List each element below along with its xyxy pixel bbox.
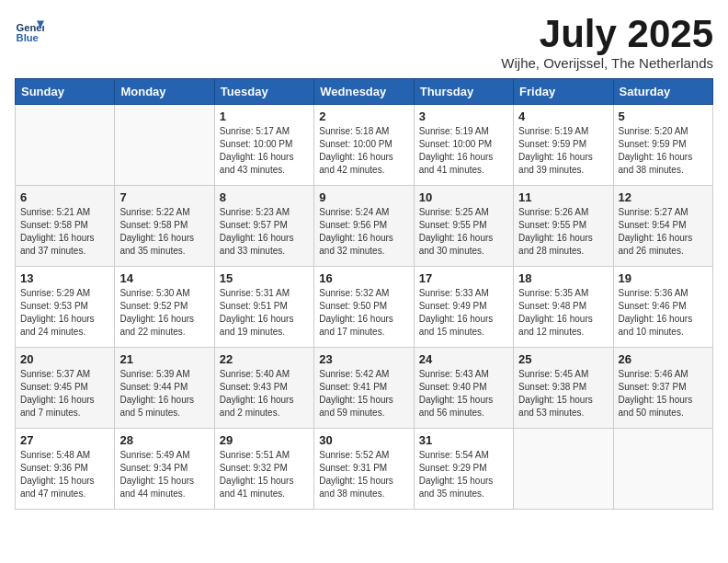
day-number: 31 [419, 433, 508, 447]
calendar-cell: 24Sunrise: 5:43 AMSunset: 9:40 PMDayligh… [414, 348, 513, 429]
calendar-cell: 22Sunrise: 5:40 AMSunset: 9:43 PMDayligh… [214, 348, 313, 429]
calendar-cell: 9Sunrise: 5:24 AMSunset: 9:56 PMDaylight… [314, 186, 414, 267]
day-detail: Sunrise: 5:19 AMSunset: 10:00 PMDaylight… [419, 125, 508, 177]
day-number: 13 [20, 271, 109, 285]
header-monday: Monday [115, 79, 214, 105]
day-number: 5 [619, 109, 708, 123]
day-number: 4 [518, 109, 608, 123]
day-detail: Sunrise: 5:17 AMSunset: 10:00 PMDaylight… [220, 125, 309, 177]
calendar-cell: 15Sunrise: 5:31 AMSunset: 9:51 PMDayligh… [214, 267, 313, 348]
day-detail: Sunrise: 5:46 AMSunset: 9:37 PMDaylight:… [619, 368, 708, 419]
day-number: 12 [619, 190, 708, 204]
day-number: 29 [220, 433, 309, 447]
logo: General Blue [15, 15, 44, 44]
day-number: 25 [518, 352, 608, 366]
week-row-1: 1Sunrise: 5:17 AMSunset: 10:00 PMDayligh… [16, 105, 713, 186]
day-number: 19 [619, 271, 708, 285]
week-row-4: 20Sunrise: 5:37 AMSunset: 9:45 PMDayligh… [16, 348, 713, 429]
month-title: July 2025 [501, 15, 713, 53]
day-detail: Sunrise: 5:36 AMSunset: 9:46 PMDaylight:… [619, 287, 708, 339]
day-detail: Sunrise: 5:18 AMSunset: 10:00 PMDaylight… [319, 125, 408, 177]
day-number: 20 [20, 352, 109, 366]
calendar-cell: 13Sunrise: 5:29 AMSunset: 9:53 PMDayligh… [16, 267, 115, 348]
day-number: 16 [319, 271, 408, 285]
day-number: 21 [119, 352, 209, 366]
day-number: 10 [419, 190, 508, 204]
calendar-cell: 6Sunrise: 5:21 AMSunset: 9:58 PMDaylight… [16, 186, 115, 267]
day-number: 14 [119, 271, 209, 285]
calendar-cell: 31Sunrise: 5:54 AMSunset: 9:29 PMDayligh… [414, 429, 513, 510]
svg-text:Blue: Blue [17, 32, 39, 43]
day-detail: Sunrise: 5:39 AMSunset: 9:44 PMDaylight:… [119, 368, 209, 419]
calendar-cell [613, 429, 712, 510]
day-detail: Sunrise: 5:25 AMSunset: 9:55 PMDaylight:… [419, 206, 508, 258]
day-detail: Sunrise: 5:43 AMSunset: 9:40 PMDaylight:… [419, 368, 508, 419]
header-saturday: Saturday [613, 79, 712, 105]
calendar-cell [514, 429, 613, 510]
day-detail: Sunrise: 5:21 AMSunset: 9:58 PMDaylight:… [20, 206, 109, 258]
page-header: General Blue July 2025 Wijhe, Overijssel… [15, 15, 713, 71]
day-detail: Sunrise: 5:51 AMSunset: 9:32 PMDaylight:… [220, 449, 309, 500]
day-detail: Sunrise: 5:37 AMSunset: 9:45 PMDaylight:… [20, 368, 109, 419]
calendar-cell: 30Sunrise: 5:52 AMSunset: 9:31 PMDayligh… [314, 429, 414, 510]
calendar-cell: 19Sunrise: 5:36 AMSunset: 9:46 PMDayligh… [613, 267, 712, 348]
day-number: 3 [419, 109, 508, 123]
calendar-cell: 29Sunrise: 5:51 AMSunset: 9:32 PMDayligh… [214, 429, 313, 510]
calendar-cell [16, 105, 115, 186]
calendar-cell: 11Sunrise: 5:26 AMSunset: 9:55 PMDayligh… [514, 186, 613, 267]
calendar-cell: 14Sunrise: 5:30 AMSunset: 9:52 PMDayligh… [115, 267, 214, 348]
day-number: 17 [419, 271, 508, 285]
calendar-cell: 17Sunrise: 5:33 AMSunset: 9:49 PMDayligh… [414, 267, 513, 348]
day-detail: Sunrise: 5:19 AMSunset: 9:59 PMDaylight:… [518, 125, 608, 177]
day-detail: Sunrise: 5:54 AMSunset: 9:29 PMDaylight:… [419, 449, 508, 500]
calendar-cell: 8Sunrise: 5:23 AMSunset: 9:57 PMDaylight… [214, 186, 313, 267]
calendar-cell: 2Sunrise: 5:18 AMSunset: 10:00 PMDayligh… [314, 105, 414, 186]
calendar-cell: 12Sunrise: 5:27 AMSunset: 9:54 PMDayligh… [613, 186, 712, 267]
calendar-cell: 16Sunrise: 5:32 AMSunset: 9:50 PMDayligh… [314, 267, 414, 348]
day-number: 27 [20, 433, 109, 447]
header-thursday: Thursday [414, 79, 513, 105]
header-tuesday: Tuesday [214, 79, 313, 105]
calendar-cell: 18Sunrise: 5:35 AMSunset: 9:48 PMDayligh… [514, 267, 613, 348]
day-detail: Sunrise: 5:42 AMSunset: 9:41 PMDaylight:… [319, 368, 408, 419]
day-detail: Sunrise: 5:23 AMSunset: 9:57 PMDaylight:… [220, 206, 309, 258]
calendar-cell: 20Sunrise: 5:37 AMSunset: 9:45 PMDayligh… [16, 348, 115, 429]
day-number: 1 [220, 109, 309, 123]
day-detail: Sunrise: 5:35 AMSunset: 9:48 PMDaylight:… [518, 287, 608, 339]
day-number: 18 [518, 271, 608, 285]
day-number: 8 [220, 190, 309, 204]
day-detail: Sunrise: 5:31 AMSunset: 9:51 PMDaylight:… [220, 287, 309, 339]
day-number: 30 [319, 433, 408, 447]
calendar-cell: 1Sunrise: 5:17 AMSunset: 10:00 PMDayligh… [214, 105, 313, 186]
day-number: 11 [518, 190, 608, 204]
day-number: 7 [119, 190, 209, 204]
day-detail: Sunrise: 5:30 AMSunset: 9:52 PMDaylight:… [119, 287, 209, 339]
day-detail: Sunrise: 5:26 AMSunset: 9:55 PMDaylight:… [518, 206, 608, 258]
day-detail: Sunrise: 5:32 AMSunset: 9:50 PMDaylight:… [319, 287, 408, 339]
title-block: July 2025 Wijhe, Overijssel, The Netherl… [501, 15, 713, 71]
location-subtitle: Wijhe, Overijssel, The Netherlands [501, 55, 713, 71]
day-detail: Sunrise: 5:40 AMSunset: 9:43 PMDaylight:… [220, 368, 309, 419]
day-number: 2 [319, 109, 408, 123]
day-number: 28 [119, 433, 209, 447]
day-number: 9 [319, 190, 408, 204]
day-detail: Sunrise: 5:48 AMSunset: 9:36 PMDaylight:… [20, 449, 109, 500]
week-row-2: 6Sunrise: 5:21 AMSunset: 9:58 PMDaylight… [16, 186, 713, 267]
day-detail: Sunrise: 5:33 AMSunset: 9:49 PMDaylight:… [419, 287, 508, 339]
calendar-cell: 10Sunrise: 5:25 AMSunset: 9:55 PMDayligh… [414, 186, 513, 267]
calendar-cell: 23Sunrise: 5:42 AMSunset: 9:41 PMDayligh… [314, 348, 414, 429]
header-sunday: Sunday [16, 79, 115, 105]
calendar-cell: 5Sunrise: 5:20 AMSunset: 9:59 PMDaylight… [613, 105, 712, 186]
logo-icon: General Blue [15, 15, 44, 44]
day-number: 26 [619, 352, 708, 366]
day-detail: Sunrise: 5:24 AMSunset: 9:56 PMDaylight:… [319, 206, 408, 258]
calendar-cell: 3Sunrise: 5:19 AMSunset: 10:00 PMDayligh… [414, 105, 513, 186]
header-row: Sunday Monday Tuesday Wednesday Thursday… [16, 79, 713, 105]
day-detail: Sunrise: 5:20 AMSunset: 9:59 PMDaylight:… [619, 125, 708, 177]
calendar-cell: 28Sunrise: 5:49 AMSunset: 9:34 PMDayligh… [115, 429, 214, 510]
day-number: 6 [20, 190, 109, 204]
calendar-cell: 27Sunrise: 5:48 AMSunset: 9:36 PMDayligh… [16, 429, 115, 510]
calendar-cell: 25Sunrise: 5:45 AMSunset: 9:38 PMDayligh… [514, 348, 613, 429]
day-detail: Sunrise: 5:52 AMSunset: 9:31 PMDaylight:… [319, 449, 408, 500]
calendar-cell: 26Sunrise: 5:46 AMSunset: 9:37 PMDayligh… [613, 348, 712, 429]
